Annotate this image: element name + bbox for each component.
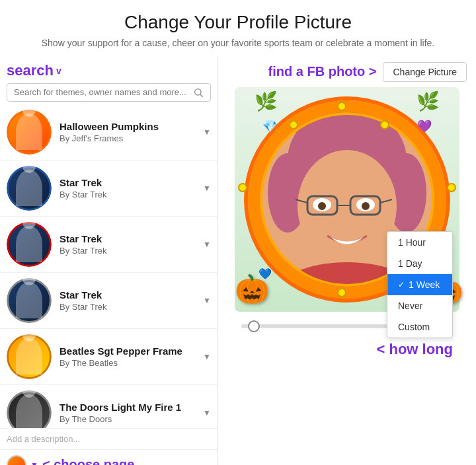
frame-info: Beatles Sgt Pepper Frame By The Beatles (60, 345, 211, 368)
ring-dot (289, 120, 298, 129)
search-icon (193, 87, 204, 98)
ring-dot (238, 183, 247, 192)
duration-thumb[interactable] (248, 320, 260, 332)
frame-author: By Star Trek (60, 246, 211, 256)
chevron-down-icon: ▼ (203, 352, 211, 361)
duration-option-1hour[interactable]: 1 Hour (387, 232, 452, 253)
frame-info: Halloween Pumpkins By Jeff's Frames (60, 121, 211, 143)
main-layout: search v Halloween (0, 57, 476, 465)
duration-dropdown[interactable]: 1 Hour 1 Day 1 Week Never Custom (387, 231, 453, 338)
person-silhouette (16, 338, 42, 375)
frame-name: Star Trek (60, 289, 211, 301)
change-picture-button[interactable]: Change Picture (383, 62, 467, 82)
person-silhouette (16, 226, 42, 262)
search-input[interactable] (14, 87, 193, 97)
list-item[interactable]: Beatles Sgt Pepper Frame By The Beatles … (0, 329, 218, 385)
gem-topright-icon: 💜 (417, 119, 432, 133)
choose-page-row[interactable]: ▼ < choose page (0, 449, 218, 465)
duration-section: + 1 Hour 1 Day 1 Week Never Custom (235, 317, 459, 338)
option-label: 1 Hour (398, 237, 426, 248)
option-label: 1 Day (398, 258, 422, 269)
chevron-down-icon: ▼ (203, 184, 211, 193)
find-fb-label: find a FB photo > (268, 64, 377, 79)
thumb-bg-beatles (7, 334, 52, 379)
page-avatar (7, 455, 26, 465)
thumb-bg-doors (7, 390, 52, 428)
frame-name: Halloween Pumpkins (60, 121, 211, 132)
thumb-bg-startrek3 (7, 278, 52, 323)
search-chevron-icon: v (56, 65, 61, 76)
right-panel: find a FB photo > Change Picture 🌿 🌿 (218, 57, 476, 465)
search-section: search v (0, 57, 218, 104)
frame-info: The Doors Light My Fire 1 By The Doors (60, 402, 211, 424)
page-title: Change Your Profile Picture (13, 12, 463, 33)
frame-author: By The Doors (60, 414, 211, 424)
frame-name: Beatles Sgt Pepper Frame (60, 345, 211, 357)
list-item[interactable]: The Doors Light My Fire 1 By The Doors ▼ (0, 385, 218, 428)
page-header: Change Your Profile Picture Show your su… (0, 0, 476, 57)
option-label: 1 Week (409, 279, 440, 290)
frame-info: Star Trek By Star Trek (60, 289, 211, 312)
duration-option-1day[interactable]: 1 Day (387, 253, 452, 274)
frame-name: Star Trek (60, 177, 211, 188)
search-input-wrapper[interactable] (7, 83, 211, 102)
option-label: Custom (398, 322, 430, 332)
thumb-bg-startrek1 (7, 166, 52, 211)
list-item[interactable]: Star Trek By Star Trek ▼ (0, 161, 218, 217)
page-subtitle: Show your support for a cause, cheer on … (13, 37, 463, 50)
left-panel: search v Halloween (0, 57, 218, 465)
person-silhouette (16, 114, 42, 150)
list-item[interactable]: Halloween Pumpkins By Jeff's Frames ▼ (0, 104, 218, 161)
thumb-bg-startrek2 (7, 222, 52, 267)
person-silhouette (16, 282, 42, 318)
svg-line-1 (200, 94, 203, 97)
chevron-down-icon: ▼ (203, 240, 211, 249)
frame-info: Star Trek By Star Trek (60, 177, 211, 199)
pumpkin-left-icon: 🎃 (235, 273, 269, 305)
ring-dot (337, 288, 346, 297)
frame-info: Star Trek By Star Trek (60, 233, 211, 256)
choose-page-label[interactable]: < choose page (42, 457, 135, 465)
frame-thumbnail (7, 278, 52, 323)
ring-dot (380, 120, 389, 129)
duration-option-1week[interactable]: 1 Week (387, 274, 452, 295)
frame-thumbnail (7, 334, 52, 379)
right-top-bar: find a FB photo > Change Picture (218, 57, 476, 87)
thumb-bg-halloween (7, 110, 52, 155)
ring-dot (447, 183, 456, 192)
frame-name: Star Trek (60, 233, 211, 244)
frame-author: By Star Trek (60, 190, 211, 199)
svg-point-0 (195, 89, 201, 94)
how-long-label: < how long (235, 341, 459, 358)
frame-list: Halloween Pumpkins By Jeff's Frames ▼ St… (0, 104, 218, 428)
description-field[interactable]: Add a description... (0, 428, 218, 449)
description-placeholder: Add a description... (7, 434, 80, 444)
gem-topleft-icon: 💎 (262, 119, 277, 133)
ring-dot (337, 102, 346, 111)
list-item[interactable]: Star Trek By Star Trek ▼ (0, 273, 218, 329)
list-item[interactable]: Star Trek By Star Trek ▼ (0, 217, 218, 273)
frame-author: By Star Trek (60, 302, 211, 312)
frame-thumbnail (7, 390, 52, 428)
duration-option-never[interactable]: Never (387, 295, 452, 316)
chevron-left-icon: ▼ (30, 460, 38, 465)
person-silhouette (16, 394, 42, 428)
option-label: Never (398, 301, 422, 311)
plant-left-icon: 🌿 (255, 90, 278, 112)
person-silhouette (16, 170, 42, 206)
frame-author: By The Beatles (60, 358, 211, 368)
chevron-down-icon: ▼ (203, 296, 211, 305)
frame-author: By Jeff's Frames (60, 133, 211, 143)
plant-right-icon: 🌿 (416, 90, 440, 112)
search-label: search v (7, 62, 61, 79)
duration-option-custom[interactable]: Custom (387, 316, 452, 338)
frame-thumbnail (7, 222, 52, 267)
frame-thumbnail (7, 166, 52, 211)
frame-name: The Doors Light My Fire 1 (60, 402, 211, 413)
frame-thumbnail (7, 110, 52, 155)
chevron-down-icon: ▼ (203, 127, 211, 137)
chevron-down-icon: ▼ (203, 408, 211, 417)
